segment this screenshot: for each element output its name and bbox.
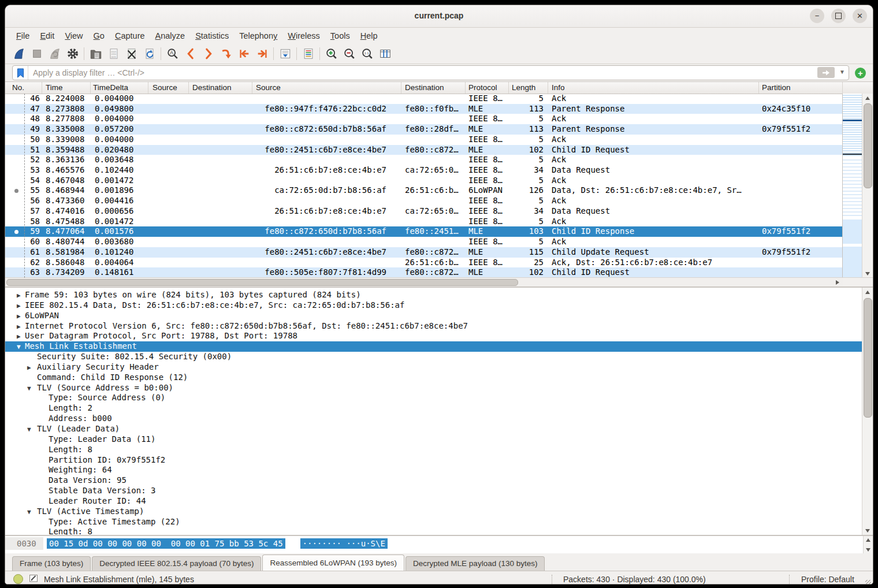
menu-telephony[interactable]: Telephony <box>234 29 282 42</box>
expand-arrow-icon[interactable]: ▶ <box>27 363 31 373</box>
scroll-down-arrow[interactable] <box>862 269 873 278</box>
column-header-source-5[interactable]: Source <box>252 82 401 94</box>
zoom-reset-icon[interactable]: 1:1 <box>358 46 376 62</box>
add-filter-button[interactable]: + <box>855 68 866 79</box>
menu-help[interactable]: Help <box>355 29 383 42</box>
collapse-arrow-icon[interactable]: ▼ <box>27 425 31 435</box>
go-to-packet-icon[interactable] <box>217 46 235 62</box>
byte-tab-decrypted-mle-payload-130-bytes[interactable]: Decrypted MLE payload (130 bytes) <box>405 556 545 571</box>
scrollbar-thumb[interactable] <box>864 298 872 418</box>
packet-row-58[interactable]: 588.4754880.001472IEEE 8…5Ack <box>5 217 843 227</box>
detail-line[interactable]: ▼TLV (Source Address = b0:00) <box>5 383 862 393</box>
packet-row-49[interactable]: 498.3350080.057200fe80::c872:650d:b7b8:5… <box>5 124 843 135</box>
start-capture-icon[interactable] <box>10 46 28 62</box>
column-header-length-8[interactable]: Length <box>509 82 548 94</box>
details-vscrollbar[interactable] <box>862 288 873 535</box>
column-header-destination-6[interactable]: Destination <box>401 82 466 94</box>
menu-view[interactable]: View <box>59 29 88 42</box>
detail-line[interactable]: ▶6LoWPAN <box>5 311 862 321</box>
scroll-right-arrow[interactable] <box>832 278 843 286</box>
minimize-button[interactable]: − <box>810 9 824 23</box>
detail-line[interactable]: ▶Frame 59: 103 bytes on wire (824 bits),… <box>5 290 862 300</box>
zoom-in-icon[interactable] <box>322 46 340 62</box>
packet-row-61[interactable]: 618.5819840.101240fe80::2451:c6b7:e8ce:4… <box>5 247 843 258</box>
packet-row-53[interactable]: 538.4655760.10244026:51:c6:b7:e8:ce:4b:e… <box>5 165 843 176</box>
packet-row-55[interactable]: 558.4689440.001896ca:72:65:0d:b7:b8:56:a… <box>5 185 843 196</box>
byte-tab-decrypted-ieee-802-15-4-payload-70-bytes[interactable]: Decrypted IEEE 802.15.4 payload (70 byte… <box>92 556 261 571</box>
auto-scroll-icon[interactable] <box>276 46 294 62</box>
apply-filter-button[interactable] <box>817 67 835 78</box>
packet-list-hscrollbar[interactable] <box>5 277 843 286</box>
scroll-down-arrow[interactable] <box>862 526 873 535</box>
packet-row-48[interactable]: 488.2778080.004000IEEE 8…5Ack <box>5 114 843 124</box>
filter-bookmark-icon[interactable] <box>13 66 28 80</box>
expand-arrow-icon[interactable]: ▶ <box>17 301 21 311</box>
restart-capture-icon[interactable] <box>46 46 64 62</box>
expand-arrow-icon[interactable]: ▶ <box>17 291 21 301</box>
detail-line[interactable]: Address: b000 <box>5 414 862 424</box>
column-header-info-9[interactable]: Info <box>548 82 759 94</box>
detail-line[interactable]: ▶User Datagram Protocol, Src Port: 19788… <box>5 331 862 341</box>
find-packet-icon[interactable]: A <box>163 46 181 62</box>
close-button[interactable]: ✕ <box>853 9 867 23</box>
column-header-no-0[interactable]: No. <box>5 82 42 94</box>
expand-arrow-icon[interactable]: ▶ <box>17 332 21 342</box>
resize-grip[interactable] <box>865 580 871 585</box>
detail-line[interactable]: Partition ID: 0x79f551f2 <box>5 455 862 466</box>
column-header-time-1[interactable]: Time <box>42 82 91 94</box>
collapse-arrow-icon[interactable]: ▼ <box>17 342 21 352</box>
detail-line[interactable]: ▶Internet Protocol Version 6, Src: fe80:… <box>5 321 862 332</box>
packet-row-59[interactable]: 598.4770640.001576fe80::c872:650d:b7b8:5… <box>5 226 843 237</box>
menu-wireless[interactable]: Wireless <box>282 29 325 42</box>
detail-line[interactable]: Weighting: 64 <box>5 465 862 475</box>
collapse-arrow-icon[interactable]: ▼ <box>27 507 31 518</box>
packet-row-63[interactable]: 638.7342090.148161fe80::505e:f807:7f81:4… <box>5 267 843 278</box>
menu-analyze[interactable]: Analyze <box>150 29 191 42</box>
zoom-out-icon[interactable] <box>340 46 358 62</box>
status-profile[interactable]: Profile: Default <box>801 575 854 584</box>
detail-line[interactable]: Length: 8 <box>5 445 862 455</box>
packet-row-56[interactable]: 568.4733600.004416IEEE 8…5Ack <box>5 196 843 206</box>
detail-line[interactable]: Data Version: 95 <box>5 475 862 486</box>
detail-line[interactable]: Length: 2 <box>5 403 862 414</box>
scroll-up-arrow[interactable] <box>864 536 873 544</box>
detail-line[interactable]: Stable Data Version: 3 <box>5 486 862 496</box>
menu-tools[interactable]: Tools <box>325 29 355 42</box>
byte-tab-frame-103-bytes[interactable]: Frame (103 bytes) <box>12 556 91 571</box>
intelligent-scrollbar-minimap[interactable] <box>842 94 862 278</box>
packet-row-51[interactable]: 518.3594880.020480fe80::2451:c6b7:e8ce:4… <box>5 145 843 155</box>
capture-options-icon[interactable] <box>64 46 81 62</box>
packet-row-62[interactable]: 628.5860480.00406426:51:c6:b…IEEE 8…25Ac… <box>5 258 843 268</box>
menu-file[interactable]: File <box>11 29 35 42</box>
display-filter-input[interactable] <box>28 68 849 77</box>
capture-comment-icon[interactable] <box>29 574 38 585</box>
scroll-up-arrow[interactable] <box>862 288 873 296</box>
close-file-icon[interactable] <box>122 46 140 62</box>
open-file-icon[interactable] <box>87 46 105 62</box>
column-header-source-3[interactable]: Source <box>148 82 189 94</box>
packet-row-52[interactable]: 528.3631360.003648IEEE 8…5Ack <box>5 155 843 165</box>
reload-file-icon[interactable] <box>140 46 158 62</box>
detail-line[interactable]: Type: Active Timestamp (22) <box>5 517 862 527</box>
hscrollbar-thumb[interactable] <box>6 279 518 286</box>
detail-line[interactable]: ▼TLV (Leader Data) <box>5 424 862 434</box>
byte-tab-reassembled-6lowpan-193-bytes[interactable]: Reassembled 6LoWPAN (193 bytes) <box>262 554 404 571</box>
scroll-up-arrow[interactable] <box>862 94 873 102</box>
packet-row-54[interactable]: 548.4670480.001472IEEE 8…5Ack <box>5 176 843 186</box>
bytes-vscrollbar[interactable] <box>863 536 873 553</box>
menu-edit[interactable]: Edit <box>35 29 59 42</box>
packet-row-50[interactable]: 508.3390080.004000IEEE 8…5Ack <box>5 135 843 145</box>
resize-columns-icon[interactable] <box>376 46 394 62</box>
detail-line[interactable]: ▼Mesh Link Establishment <box>5 341 862 352</box>
packet-row-47[interactable]: 478.2738080.049800fe80::947f:f476:22bc:c… <box>5 104 843 114</box>
go-last-icon[interactable] <box>253 46 271 62</box>
menu-go[interactable]: Go <box>88 29 110 42</box>
expand-arrow-icon[interactable]: ▶ <box>17 322 21 332</box>
detail-line[interactable]: Type: Leader Data (11) <box>5 434 862 445</box>
column-header-destination-4[interactable]: Destination <box>189 82 252 94</box>
title-bar[interactable]: current.pcap − ✕ <box>5 5 873 28</box>
menu-statistics[interactable]: Statistics <box>190 29 234 42</box>
detail-line[interactable]: Type: Source Address (0) <box>5 393 862 403</box>
detail-line[interactable]: Command: Child ID Response (12) <box>5 373 862 383</box>
save-file-icon[interactable]: 010101100011 <box>105 46 122 62</box>
